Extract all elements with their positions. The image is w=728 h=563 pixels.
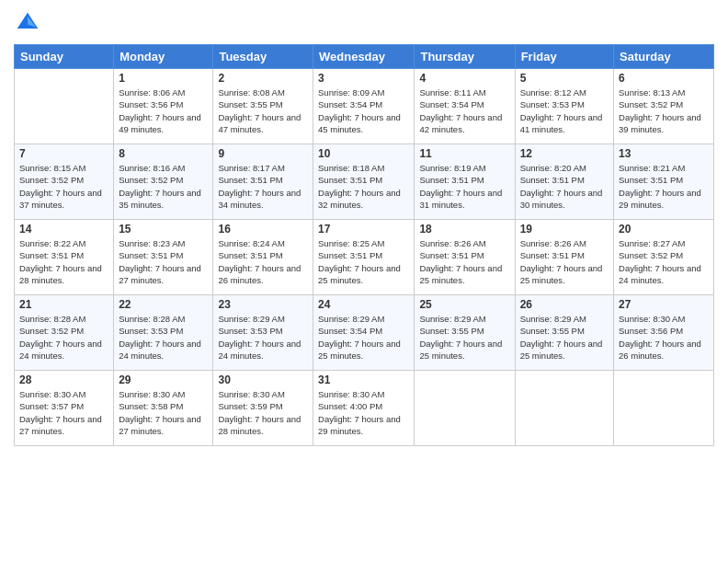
day-info: Sunrise: 8:30 AMSunset: 3:57 PMDaylight:… (19, 388, 108, 437)
calendar-cell: 26Sunrise: 8:29 AMSunset: 3:55 PMDayligh… (515, 295, 613, 371)
day-number: 19 (520, 223, 609, 236)
calendar-cell: 9Sunrise: 8:17 AMSunset: 3:51 PMDaylight… (213, 144, 313, 220)
day-number: 5 (520, 72, 609, 85)
calendar-cell: 15Sunrise: 8:23 AMSunset: 3:51 PMDayligh… (114, 220, 213, 295)
day-number: 23 (218, 298, 308, 311)
calendar-cell: 14Sunrise: 8:22 AMSunset: 3:51 PMDayligh… (15, 220, 114, 295)
day-info: Sunrise: 8:29 AMSunset: 3:55 PMDaylight:… (520, 313, 609, 362)
day-number: 4 (419, 72, 509, 85)
day-number: 27 (619, 298, 709, 311)
day-info: Sunrise: 8:22 AMSunset: 3:51 PMDaylight:… (19, 237, 108, 286)
day-info: Sunrise: 8:20 AMSunset: 3:51 PMDaylight:… (520, 162, 609, 211)
calendar-cell (415, 371, 515, 446)
logo-icon (14, 9, 41, 37)
calendar-cell: 1Sunrise: 8:06 AMSunset: 3:56 PMDaylight… (114, 69, 213, 144)
day-header-friday: Friday (515, 45, 613, 69)
day-info: Sunrise: 8:12 AMSunset: 3:53 PMDaylight:… (520, 86, 609, 135)
day-info: Sunrise: 8:26 AMSunset: 3:51 PMDaylight:… (520, 237, 609, 286)
day-number: 29 (119, 373, 208, 386)
day-number: 6 (619, 72, 709, 85)
calendar-cell: 22Sunrise: 8:28 AMSunset: 3:53 PMDayligh… (114, 295, 213, 371)
calendar-cell (515, 371, 613, 446)
day-number: 16 (218, 223, 308, 236)
day-info: Sunrise: 8:30 AMSunset: 3:59 PMDaylight:… (218, 388, 308, 437)
day-header-sunday: Sunday (15, 45, 114, 69)
day-number: 11 (419, 147, 509, 160)
calendar-cell: 30Sunrise: 8:30 AMSunset: 3:59 PMDayligh… (213, 371, 313, 446)
day-info: Sunrise: 8:24 AMSunset: 3:51 PMDaylight:… (218, 237, 308, 286)
page: SundayMondayTuesdayWednesdayThursdayFrid… (0, 0, 728, 563)
calendar-cell: 21Sunrise: 8:28 AMSunset: 3:52 PMDayligh… (15, 295, 114, 371)
day-info: Sunrise: 8:30 AMSunset: 3:56 PMDaylight:… (619, 313, 709, 362)
day-number: 14 (19, 223, 108, 236)
day-number: 24 (318, 298, 409, 311)
day-info: Sunrise: 8:15 AMSunset: 3:52 PMDaylight:… (19, 162, 108, 211)
calendar-cell: 2Sunrise: 8:08 AMSunset: 3:55 PMDaylight… (213, 69, 313, 144)
calendar-cell: 17Sunrise: 8:25 AMSunset: 3:51 PMDayligh… (313, 220, 415, 295)
calendar-cell: 3Sunrise: 8:09 AMSunset: 3:54 PMDaylight… (313, 69, 415, 144)
logo (14, 9, 45, 37)
day-header-tuesday: Tuesday (213, 45, 313, 69)
day-info: Sunrise: 8:11 AMSunset: 3:54 PMDaylight:… (419, 86, 509, 135)
calendar-cell: 4Sunrise: 8:11 AMSunset: 3:54 PMDaylight… (415, 69, 515, 144)
calendar-cell: 23Sunrise: 8:29 AMSunset: 3:53 PMDayligh… (213, 295, 313, 371)
day-number: 9 (218, 147, 308, 160)
day-info: Sunrise: 8:28 AMSunset: 3:53 PMDaylight:… (119, 313, 208, 362)
calendar-week-4: 28Sunrise: 8:30 AMSunset: 3:57 PMDayligh… (15, 371, 714, 446)
calendar-week-2: 14Sunrise: 8:22 AMSunset: 3:51 PMDayligh… (15, 220, 714, 295)
calendar-cell (15, 69, 114, 144)
day-info: Sunrise: 8:25 AMSunset: 3:51 PMDaylight:… (318, 237, 409, 286)
day-number: 26 (520, 298, 609, 311)
day-number: 21 (19, 298, 108, 311)
day-info: Sunrise: 8:08 AMSunset: 3:55 PMDaylight:… (218, 86, 308, 135)
day-number: 3 (318, 72, 409, 85)
day-number: 10 (318, 147, 409, 160)
day-info: Sunrise: 8:09 AMSunset: 3:54 PMDaylight:… (318, 86, 409, 135)
day-number: 8 (119, 147, 208, 160)
day-number: 13 (619, 147, 709, 160)
day-header-wednesday: Wednesday (313, 45, 415, 69)
calendar-cell: 16Sunrise: 8:24 AMSunset: 3:51 PMDayligh… (213, 220, 313, 295)
day-info: Sunrise: 8:26 AMSunset: 3:51 PMDaylight:… (419, 237, 509, 286)
calendar-cell: 18Sunrise: 8:26 AMSunset: 3:51 PMDayligh… (415, 220, 515, 295)
calendar-cell: 20Sunrise: 8:27 AMSunset: 3:52 PMDayligh… (614, 220, 714, 295)
calendar-cell: 27Sunrise: 8:30 AMSunset: 3:56 PMDayligh… (614, 295, 714, 371)
calendar-cell: 28Sunrise: 8:30 AMSunset: 3:57 PMDayligh… (15, 371, 114, 446)
day-number: 18 (419, 223, 509, 236)
day-info: Sunrise: 8:28 AMSunset: 3:52 PMDaylight:… (19, 313, 108, 362)
calendar-table: SundayMondayTuesdayWednesdayThursdayFrid… (14, 44, 714, 446)
day-info: Sunrise: 8:30 AMSunset: 4:00 PMDaylight:… (318, 388, 409, 437)
calendar-header-row: SundayMondayTuesdayWednesdayThursdayFrid… (15, 45, 714, 69)
day-info: Sunrise: 8:17 AMSunset: 3:51 PMDaylight:… (218, 162, 308, 211)
day-info: Sunrise: 8:19 AMSunset: 3:51 PMDaylight:… (419, 162, 509, 211)
day-info: Sunrise: 8:06 AMSunset: 3:56 PMDaylight:… (119, 86, 208, 135)
calendar-week-1: 7Sunrise: 8:15 AMSunset: 3:52 PMDaylight… (15, 144, 714, 220)
day-number: 25 (419, 298, 509, 311)
calendar-week-3: 21Sunrise: 8:28 AMSunset: 3:52 PMDayligh… (15, 295, 714, 371)
day-info: Sunrise: 8:16 AMSunset: 3:52 PMDaylight:… (119, 162, 208, 211)
calendar-cell: 6Sunrise: 8:13 AMSunset: 3:52 PMDaylight… (614, 69, 714, 144)
calendar-cell: 25Sunrise: 8:29 AMSunset: 3:55 PMDayligh… (415, 295, 515, 371)
day-number: 28 (19, 373, 108, 386)
day-header-saturday: Saturday (614, 45, 714, 69)
calendar-cell: 5Sunrise: 8:12 AMSunset: 3:53 PMDaylight… (515, 69, 613, 144)
calendar-cell: 29Sunrise: 8:30 AMSunset: 3:58 PMDayligh… (114, 371, 213, 446)
day-number: 20 (619, 223, 709, 236)
calendar-cell: 7Sunrise: 8:15 AMSunset: 3:52 PMDaylight… (15, 144, 114, 220)
calendar-cell: 24Sunrise: 8:29 AMSunset: 3:54 PMDayligh… (313, 295, 415, 371)
calendar-cell (614, 371, 714, 446)
calendar-cell: 13Sunrise: 8:21 AMSunset: 3:51 PMDayligh… (614, 144, 714, 220)
calendar-cell: 19Sunrise: 8:26 AMSunset: 3:51 PMDayligh… (515, 220, 613, 295)
day-number: 2 (218, 72, 308, 85)
header (14, 9, 714, 37)
calendar-cell: 10Sunrise: 8:18 AMSunset: 3:51 PMDayligh… (313, 144, 415, 220)
day-header-monday: Monday (114, 45, 213, 69)
day-number: 30 (218, 373, 308, 386)
calendar-cell: 31Sunrise: 8:30 AMSunset: 4:00 PMDayligh… (313, 371, 415, 446)
day-info: Sunrise: 8:23 AMSunset: 3:51 PMDaylight:… (119, 237, 208, 286)
day-number: 17 (318, 223, 409, 236)
day-number: 1 (119, 72, 208, 85)
day-header-thursday: Thursday (415, 45, 515, 69)
day-info: Sunrise: 8:30 AMSunset: 3:58 PMDaylight:… (119, 388, 208, 437)
day-info: Sunrise: 8:18 AMSunset: 3:51 PMDaylight:… (318, 162, 409, 211)
